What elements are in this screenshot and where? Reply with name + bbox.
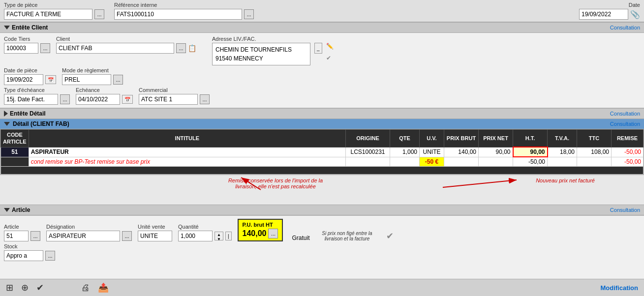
row1-intitule[interactable]: ASPIRATEUR <box>29 147 345 157</box>
type-echeance-input[interactable]: 15j. Date Fact. <box>4 94 58 105</box>
detail-table-container: CODEARTICLE INTITULE ORIGINE QTE U.V. PR… <box>0 129 644 175</box>
adresse-box: CHEMIN DE TOURNENFILS 91540 MENNECY <box>212 43 310 65</box>
row2-remise: -50,00 <box>612 157 644 167</box>
date-piece-calendar-btn[interactable]: 📅 <box>45 75 56 84</box>
validate-btn[interactable]: ✔ <box>36 282 44 293</box>
adresse-line1: CHEMIN DE TOURNENFILS <box>215 45 307 54</box>
article-section: Article 51 ... Désignation ASPIRATEUR ..… <box>0 215 644 279</box>
col-remise: REMISE <box>612 130 644 148</box>
reference-interne-ellipsis-btn[interactable]: ... <box>244 9 254 19</box>
detail-client-header: Détail (CLIENT FAB) Consultation <box>0 119 644 129</box>
pu-brut-label: P.U. brut HT <box>243 222 278 228</box>
print-btn[interactable]: 🖨 <box>81 283 90 293</box>
entete-detail-header: Entête Détail Consultation <box>0 108 644 119</box>
col-intitule: INTITULE <box>29 130 345 148</box>
date-piece-input[interactable]: 19/09/202 <box>4 74 43 85</box>
checkmark-icon[interactable]: ✔ <box>386 231 394 241</box>
copy-icon[interactable]: 📋 <box>188 44 196 52</box>
pu-brut-ellipsis-btn[interactable]: ... <box>268 229 278 238</box>
unite-vente-input[interactable]: UNITE <box>138 231 172 241</box>
type-piece-input[interactable]: FACTURE A TERME <box>4 9 92 20</box>
designation-input[interactable]: ASPIRATEUR <box>46 231 120 241</box>
mode-reglement-ellipsis-btn[interactable]: ... <box>113 75 123 85</box>
col-qte: QTE <box>390 130 420 148</box>
detail-table: CODEARTICLE INTITULE ORIGINE QTE U.V. PR… <box>0 129 644 175</box>
mode-reglement-label: Mode de règlement <box>62 67 123 73</box>
mode-reglement-input[interactable]: PREL <box>62 74 111 85</box>
prix-note: Si prix non figé entre la livraison et l… <box>317 231 376 241</box>
pu-brut-value[interactable]: 140,00 <box>243 229 267 238</box>
row1-prix-brut: 140,00 <box>444 147 479 157</box>
client-input[interactable]: CLIENT FAB <box>56 43 174 54</box>
export-btn[interactable]: 📤 <box>98 282 109 293</box>
table-row: 51 ASPIRATEUR LCS1000231 1,000 UNITE 140… <box>1 147 644 157</box>
detail-consultation[interactable]: Consultation <box>610 121 640 127</box>
copy-doc-btn[interactable]: ⊞ <box>6 282 13 293</box>
col-origine: ORIGINE <box>346 130 390 148</box>
entete-client-consultation[interactable]: Consultation <box>610 25 640 30</box>
annotation-area: Remise conservée lors de l'import de la … <box>0 175 644 205</box>
type-piece-ellipsis-btn[interactable]: ... <box>94 9 104 19</box>
gratuit-label: Gratuit <box>292 235 309 241</box>
row2-tva-empty <box>548 157 577 167</box>
code-tiers-ellipsis-btn[interactable]: ... <box>40 43 50 53</box>
article-consultation[interactable]: Consultation <box>610 207 640 213</box>
type-echeance-label: Type d'échéance <box>4 87 70 93</box>
entete-client-toggle[interactable] <box>4 26 10 30</box>
check-circle-icon[interactable]: ✔ <box>326 55 334 61</box>
article-title: Article <box>12 207 30 213</box>
col-prix-net: PRIX NET <box>479 130 513 148</box>
bottom-bar: ⊞ ⊕ ✔ 🖨 📤 Modification <box>0 279 644 296</box>
quantite-extra-btn[interactable]: | <box>225 232 232 240</box>
entete-detail-toggle[interactable] <box>4 111 8 117</box>
pu-brut-box: P.U. brut HT 140,00 ... <box>238 219 283 241</box>
pencil-icon[interactable]: ✏️ <box>326 43 334 50</box>
echeance-calendar-btn[interactable]: 📅 <box>122 95 133 104</box>
paperclip-icon[interactable]: 📎 <box>630 10 640 19</box>
client-ellipsis-btn[interactable]: ... <box>176 43 186 53</box>
reference-interne-label: Référence interne <box>114 2 254 8</box>
date-label: Date <box>629 2 640 8</box>
detail-client-toggle[interactable] <box>4 122 10 126</box>
entete-client-header: Entête Client Consultation <box>0 22 644 33</box>
article-input[interactable]: 51 <box>4 231 29 241</box>
add-btn[interactable]: ⊕ <box>21 282 29 293</box>
echeance-label: Echéance <box>76 87 133 93</box>
reference-interne-input[interactable]: FATS1000110 <box>114 9 242 20</box>
entete-detail-title: Entête Détail <box>10 110 46 117</box>
row2-qte-empty <box>390 157 420 167</box>
article-header: Article Consultation <box>0 205 644 215</box>
adresse-small-btn[interactable]: _ <box>314 43 322 54</box>
entete-detail-consultation[interactable]: Consultation <box>610 111 640 117</box>
col-ht: H.T. <box>513 130 548 148</box>
designation-ellipsis-btn[interactable]: ... <box>122 231 132 241</box>
type-echeance-ellipsis-btn[interactable]: ... <box>60 94 70 104</box>
article-ellipsis-btn[interactable]: ... <box>31 231 40 241</box>
article-toggle[interactable] <box>4 208 10 212</box>
date-input[interactable]: 19/09/2022 <box>579 9 628 20</box>
row2-remise-input[interactable]: -50 € <box>420 157 444 167</box>
col-tva: T.V.A. <box>548 130 577 148</box>
row1-uv: UNITE <box>420 147 444 157</box>
detail-client-title: Détail (CLIENT FAB) <box>13 120 69 127</box>
row1-prix-net: 90,00 <box>479 147 513 157</box>
article-label: Article <box>4 224 40 230</box>
echeance-input[interactable]: 04/10/2022 <box>76 94 120 105</box>
row2-origine-empty <box>346 157 390 167</box>
row1-origine: LCS1000231 <box>346 147 390 157</box>
date-piece-label: Date de pièce <box>4 67 56 73</box>
row2-empty1 <box>444 157 479 167</box>
row1-code: 51 <box>1 147 29 157</box>
stock-input[interactable]: Appro a <box>4 250 43 261</box>
row2-code-empty <box>1 157 29 167</box>
code-tiers-input[interactable]: 100003 <box>4 43 38 54</box>
modification-label: Modification <box>600 284 638 292</box>
commercial-input[interactable]: ATC SITE 1 <box>139 94 198 105</box>
row1-ttc: 108,00 <box>577 147 612 157</box>
quantite-stepper[interactable]: ▲▼ <box>215 232 223 240</box>
commercial-ellipsis-btn[interactable]: ... <box>200 94 210 104</box>
stock-ellipsis-btn[interactable]: ... <box>45 251 55 261</box>
quantite-input[interactable]: 1,000 <box>178 231 213 241</box>
adresse-label: Adresse LIV./FAC. <box>212 36 334 42</box>
table-row-empty <box>1 167 644 175</box>
